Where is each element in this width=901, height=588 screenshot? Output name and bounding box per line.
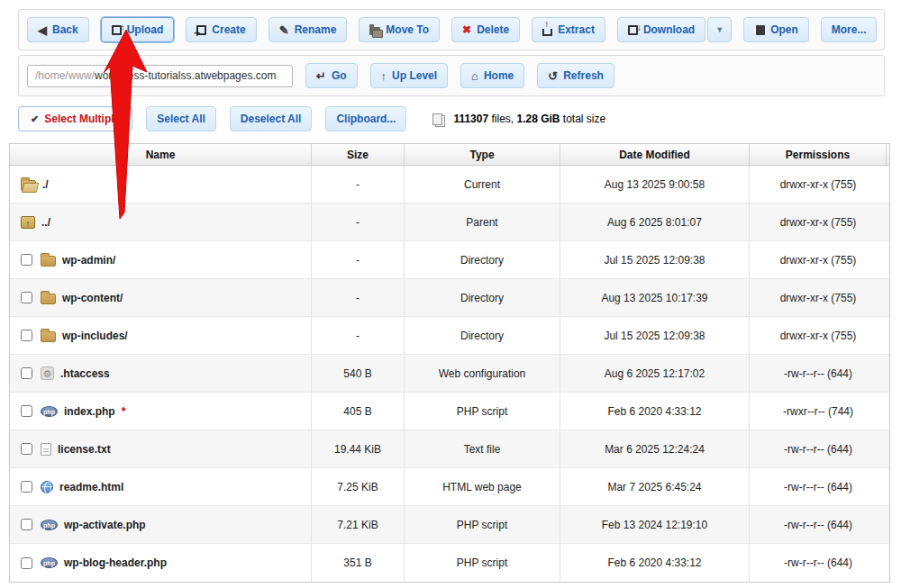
file-size: - — [312, 317, 405, 354]
selection-bar: ✔ Select Multiple Select All Deselect Al… — [18, 105, 901, 132]
file-type: Current — [405, 166, 560, 203]
row-checkbox[interactable] — [21, 519, 32, 530]
row-checkbox[interactable] — [21, 292, 32, 303]
move-to-button[interactable]: Move To — [359, 17, 440, 42]
files-stack-icon — [432, 113, 442, 125]
file-size: - — [312, 241, 405, 278]
create-button[interactable]: + Create — [186, 17, 256, 42]
up-level-button[interactable]: ↑ Up Level — [370, 63, 449, 88]
file-size: 7.25 KiB — [312, 468, 405, 505]
extract-icon: ↑ — [542, 29, 552, 36]
column-header-type[interactable]: Type — [405, 144, 560, 165]
file-name[interactable]: index.php — [64, 405, 115, 418]
file-size: - — [312, 279, 405, 316]
row-checkbox[interactable] — [21, 367, 32, 379]
file-name[interactable]: wp-includes/ — [62, 330, 128, 342]
upload-button[interactable]: ↑ Upload — [101, 17, 175, 42]
extract-button[interactable]: ↑ Extract — [532, 17, 605, 42]
file-size: 405 B — [312, 393, 405, 430]
file-name[interactable]: .htaccess — [60, 367, 110, 380]
home-button[interactable]: ⌂ Home — [460, 63, 524, 88]
file-permissions: drwxr-xr-x (755) — [750, 317, 887, 354]
delete-button[interactable]: ✖ Delete — [451, 17, 520, 42]
file-name[interactable]: wp-content/ — [62, 292, 123, 304]
modified-asterisk: * — [122, 405, 126, 418]
table-row: php index.php* 405 B PHP script Feb 6 20… — [10, 393, 889, 430]
table-row: readme.html 7.25 KiB HTML web page Mar 7… — [10, 468, 889, 506]
file-type: PHP script — [405, 393, 560, 430]
table-row: wp-admin/ - Directory Jul 15 2025 12:09:… — [10, 241, 889, 279]
file-permissions: -rw-r--r-- (644) — [750, 468, 887, 505]
file-permissions: drwxr-xr-x (755) — [750, 279, 887, 316]
file-name[interactable]: wp-blog-header.php — [64, 556, 167, 569]
file-name[interactable]: license.txt — [58, 443, 111, 456]
folder-icon — [41, 256, 56, 267]
path-input[interactable]: /home/www/wordpress-tutorialss.atwebpage… — [27, 65, 293, 87]
folder-icon — [41, 331, 56, 342]
file-name[interactable]: readme.html — [59, 481, 123, 493]
main-toolbar: ◀ Back ↑ Upload + Create ✎ Rename Move T… — [18, 9, 885, 50]
table-row: wp-includes/ - Directory Jul 15 2025 12:… — [10, 317, 889, 355]
select-multiple-button[interactable]: ✔ Select Multiple — [18, 106, 132, 131]
gear-icon: ⚙ — [41, 366, 54, 380]
row-checkbox[interactable] — [21, 330, 32, 341]
php-file-icon: php — [41, 557, 58, 568]
home-icon: ⌂ — [471, 70, 478, 82]
file-name[interactable]: ../ — [41, 216, 50, 229]
file-name[interactable]: wp-admin/ — [62, 254, 115, 267]
globe-icon — [41, 481, 53, 493]
delete-x-icon: ✖ — [462, 24, 471, 35]
file-permissions: drwxr-xr-x (755) — [750, 166, 887, 203]
file-date: Aug 6 2025 12:17:02 — [560, 355, 750, 392]
table-row: ↑ ../ - Parent Aug 6 2025 8:01:07 drwxr-… — [10, 204, 889, 241]
select-all-button[interactable]: Select All — [146, 106, 216, 131]
column-header-name[interactable]: Name — [10, 144, 312, 165]
file-permissions: -rw-r--r-- (644) — [750, 544, 887, 582]
row-checkbox[interactable] — [21, 557, 32, 569]
file-permissions: -rw-r--r-- (644) — [750, 355, 887, 392]
file-permissions: -rwxr--r-- (744) — [750, 393, 887, 430]
file-name[interactable]: ./ — [42, 178, 49, 191]
path-main: wordpress-tutorialss.atwebpages.com — [95, 69, 276, 82]
folder-icon — [41, 294, 56, 304]
refresh-button[interactable]: ↺ Refresh — [537, 63, 614, 88]
row-checkbox[interactable] — [21, 481, 32, 493]
file-date: Aug 6 2025 8:01:07 — [560, 204, 750, 240]
download-caret-button[interactable]: ▼ — [707, 17, 732, 42]
file-name[interactable]: wp-activate.php — [64, 519, 146, 531]
file-date: Mar 7 2025 6:45:24 — [560, 468, 750, 505]
refresh-icon: ↺ — [548, 70, 558, 82]
file-table: Name Size Type Date Modified Permissions… — [9, 143, 890, 583]
rename-button[interactable]: ✎ Rename — [268, 17, 348, 42]
column-header-size[interactable]: Size — [312, 144, 405, 165]
chevron-down-icon: ▼ — [715, 26, 724, 34]
table-row: php wp-blog-header.php 351 B PHP script … — [10, 544, 889, 582]
download-split-button: ↓ Download ▼ — [617, 17, 732, 42]
row-checkbox[interactable] — [21, 254, 32, 266]
create-icon: + — [196, 25, 206, 35]
column-header-date[interactable]: Date Modified — [560, 144, 750, 165]
go-enter-icon: ↵ — [316, 70, 326, 82]
download-icon: ↓ — [628, 25, 638, 35]
table-row: php wp-activate.php 7.21 KiB PHP script … — [10, 506, 889, 544]
deselect-all-button[interactable]: Deselect All — [230, 106, 313, 131]
file-date: Aug 13 2025 10:17:39 — [560, 279, 750, 316]
download-button[interactable]: ↓ Download — [617, 17, 705, 42]
clipboard-button[interactable]: Clipboard... — [325, 106, 406, 131]
file-date: Feb 6 2020 4:33:12 — [560, 393, 750, 430]
file-type: Text file — [405, 430, 560, 467]
back-button[interactable]: ◀ Back — [27, 17, 89, 42]
back-arrow-icon: ◀ — [38, 24, 47, 36]
files-count: 111307 — [453, 113, 488, 125]
file-date: Mar 6 2025 12:24:24 — [560, 430, 750, 467]
file-date: Aug 13 2025 9:00:58 — [560, 166, 750, 203]
column-header-permissions[interactable]: Permissions — [750, 144, 887, 165]
more-button[interactable]: More... — [821, 17, 878, 42]
path-prefix: /home/www/ — [35, 69, 95, 82]
row-checkbox[interactable] — [21, 443, 32, 455]
go-button[interactable]: ↵ Go — [305, 63, 358, 88]
pencil-icon: ✎ — [279, 24, 289, 36]
row-checkbox[interactable] — [21, 405, 32, 417]
table-row: ⚙ .htaccess 540 B Web configuration Aug … — [10, 355, 889, 393]
open-button[interactable]: Open — [743, 17, 809, 42]
